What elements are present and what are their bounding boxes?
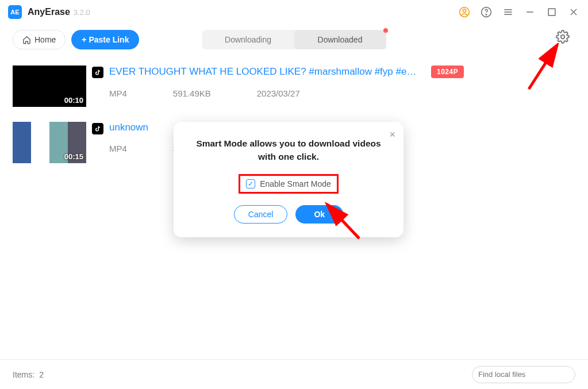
app-name: AnyErase [28, 7, 70, 17]
items-count: 2 [39, 370, 44, 379]
video-thumbnail[interactable]: 00:10 [13, 66, 86, 107]
ok-button[interactable]: Ok [295, 205, 343, 224]
close-window-icon[interactable] [567, 6, 580, 18]
app-version: 3.2.0 [74, 8, 90, 17]
video-format: MP4 [109, 88, 127, 98]
statusbar: Items: 2 [0, 359, 588, 389]
dialog-message: Smart Mode allows you to download videos… [191, 137, 386, 164]
item-meta: EVER THOUGHT WHAT HE LOOKED LIKE? #marsh… [109, 66, 575, 98]
home-button[interactable]: Home [13, 30, 66, 49]
video-size: 591.49KB [173, 88, 211, 98]
items-label: Items: [13, 370, 34, 379]
home-label: Home [34, 35, 56, 44]
video-thumbnail[interactable]: 00:15 [13, 122, 86, 163]
maximize-icon[interactable] [545, 6, 558, 18]
dialog-close-button[interactable]: × [389, 129, 395, 141]
enable-smart-mode-checkbox[interactable]: ✓ [246, 179, 255, 188]
notification-dot-icon [383, 28, 388, 33]
cancel-button[interactable]: Cancel [234, 205, 288, 224]
tiktok-icon [92, 123, 103, 134]
dialog-message-line2: with one click. [258, 152, 319, 161]
smart-mode-dialog: × Smart Mode allows you to download vide… [174, 122, 403, 237]
video-format: MP4 [109, 144, 127, 153]
dialog-message-line1: Smart Mode allows you to download videos [196, 138, 381, 148]
enable-smart-mode-label: Enable Smart Mode [260, 179, 331, 188]
search-input[interactable] [478, 370, 575, 379]
help-icon[interactable] [480, 6, 493, 18]
svg-point-11 [561, 35, 564, 38]
quality-badge: 1024P [431, 66, 464, 78]
tab-downloaded-label: Downloaded [318, 35, 363, 44]
annotation-highlight-box: ✓ Enable Smart Mode [239, 174, 339, 194]
minimize-icon[interactable] [524, 6, 536, 18]
search-box[interactable] [472, 366, 575, 383]
toolbar: Home + Paste Link Downloading Downloaded [0, 24, 588, 55]
app-window: AE AnyErase 3.2.0 Home + Paste Link [0, 0, 588, 389]
app-logo: AE [8, 5, 22, 19]
profile-icon[interactable] [458, 6, 471, 18]
video-duration: 00:15 [64, 152, 83, 161]
svg-rect-8 [548, 9, 555, 16]
settings-gear-icon[interactable] [556, 30, 571, 45]
tab-switch: Downloading Downloaded [202, 30, 386, 49]
titlebar: AE AnyErase 3.2.0 [0, 0, 588, 24]
menu-icon[interactable] [502, 6, 514, 18]
video-date: 2023/03/27 [257, 88, 300, 98]
tab-downloading[interactable]: Downloading [202, 30, 294, 49]
svg-point-3 [486, 14, 486, 15]
video-title-link[interactable]: EVER THOUGHT WHAT HE LOOKED LIKE? #marsh… [109, 66, 420, 78]
paste-link-button[interactable]: + Paste Link [71, 30, 139, 49]
video-title-link[interactable]: unknown [109, 122, 148, 133]
tiktok-icon [92, 67, 103, 78]
home-icon [22, 36, 31, 44]
video-duration: 00:10 [64, 96, 83, 105]
svg-point-1 [463, 9, 466, 12]
tab-downloaded[interactable]: Downloaded [294, 30, 386, 49]
list-item: 00:10 EVER THOUGHT WHAT HE LOOKED LIKE? … [13, 62, 575, 118]
